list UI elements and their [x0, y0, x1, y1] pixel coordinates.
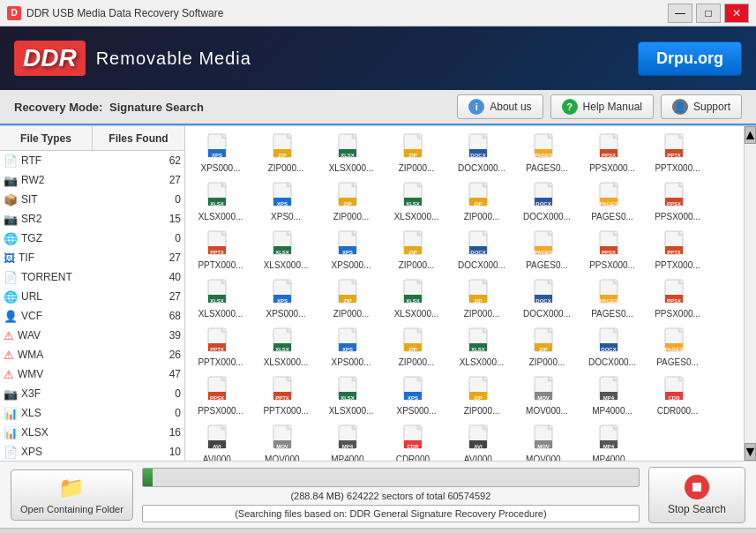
grid-file-item[interactable]: ZIP ZIP000... [319, 178, 383, 225]
grid-file-item[interactable]: XLSX XLSX000... [189, 275, 252, 322]
grid-file-item[interactable]: XLSX XLSX000... [385, 275, 448, 322]
grid-file-item[interactable]: PPSX PPSX000... [580, 227, 644, 274]
grid-file-item[interactable]: XPS XPS000... [254, 275, 318, 322]
drpu-button[interactable]: Drpu.org [638, 41, 742, 76]
grid-file-item[interactable]: MOV MOV000... [254, 421, 318, 461]
grid-file-item[interactable]: ZIP ZIP000... [450, 178, 513, 225]
grid-file-item[interactable]: PAGES PAGES0... [515, 130, 579, 176]
file-types-col-header: File Types [0, 126, 93, 150]
grid-file-label: AVI000... [203, 454, 238, 461]
open-containing-folder-button[interactable]: 📁 Open Containing Folder [11, 469, 133, 521]
grid-file-item[interactable]: CDR CDR000... [385, 421, 448, 461]
file-type-row[interactable]: 📷 X3F 0 [0, 384, 184, 403]
help-manual-button[interactable]: ? Help Manual [550, 94, 654, 119]
grid-file-item[interactable]: DOCX DOCX000... [515, 275, 579, 322]
file-type-row[interactable]: ⚠ WMV 47 [0, 364, 184, 384]
grid-file-item[interactable]: XLSX XLSX000... [254, 324, 318, 371]
grid-file-item[interactable]: PPSX PPSX000... [580, 130, 644, 176]
grid-file-item[interactable]: PPTX PPTX000... [254, 372, 318, 419]
grid-file-item[interactable]: XLSX XLSX000... [189, 178, 252, 225]
file-type-name: WAV [18, 329, 154, 342]
svg-text:MP4: MP4 [342, 444, 354, 449]
grid-file-item[interactable]: PPTX PPTX000... [646, 130, 709, 176]
file-type-row[interactable]: 🖼 TIF 27 [0, 248, 184, 267]
nav-buttons: i About us ? Help Manual 👤 Support [457, 94, 742, 119]
file-type-row[interactable]: 📄 TORRENT 40 [0, 267, 184, 287]
grid-file-item[interactable]: AVI AVI000... [189, 421, 252, 461]
close-button[interactable]: ✕ [724, 4, 749, 23]
grid-file-item[interactable]: XLSX XLSX000... [450, 324, 513, 371]
svg-text:XPS: XPS [342, 250, 353, 255]
grid-file-icon: PPTX [206, 230, 235, 259]
file-type-row[interactable]: 👤 VCF 68 [0, 306, 184, 326]
file-type-count: 68 [154, 310, 181, 322]
minimize-button[interactable]: — [668, 4, 692, 23]
grid-file-item[interactable]: PPTX PPTX000... [189, 324, 252, 371]
grid-file-item[interactable]: DOCX DOCX000... [450, 130, 513, 176]
grid-file-label: MOV000... [265, 454, 307, 461]
grid-file-item[interactable]: XLSX XLSX000... [319, 130, 383, 176]
file-type-row[interactable]: 📄 RTF 62 [0, 151, 184, 170]
grid-file-item[interactable]: CDR CDR000... [646, 372, 709, 419]
grid-file-item[interactable]: ZIP ZIP000... [319, 275, 383, 322]
grid-file-item[interactable]: ZIP ZIP000... [385, 130, 448, 176]
grid-file-item[interactable]: DOCX DOCX000... [580, 324, 644, 371]
grid-file-item[interactable]: PPTX PPTX000... [189, 227, 252, 274]
grid-file-item[interactable]: MP4 MP4000... [580, 372, 644, 419]
grid-file-icon: PAGES [663, 327, 692, 356]
grid-file-item[interactable]: PPSX PPSX000... [646, 178, 709, 225]
right-scrollbar[interactable]: ▲ ▼ [744, 126, 756, 461]
grid-file-item[interactable]: MOV MOV000... [515, 421, 579, 461]
grid-file-item[interactable]: XPS XPS000... [385, 372, 448, 419]
file-type-row[interactable]: 📦 SIT 0 [0, 190, 184, 209]
grid-file-item[interactable]: MP4 MP4000... [580, 421, 644, 461]
file-type-list: 📄 RTF 62 📷 RW2 27 📦 SIT 0 📷 SR2 15 🌐 TGZ… [0, 151, 184, 461]
grid-file-item[interactable]: ZIP ZIP000... [254, 130, 318, 176]
file-type-row[interactable]: 📊 XLS 0 [0, 403, 184, 423]
grid-file-item[interactable]: XPS XPS0... [254, 178, 318, 225]
file-type-row[interactable]: 📊 XLSX 16 [0, 423, 184, 442]
support-button[interactable]: 👤 Support [661, 94, 742, 119]
file-type-row[interactable]: ⚠ WAV 39 [0, 326, 184, 345]
grid-file-label: PPSX000... [589, 260, 635, 270]
logo-subtitle: Removable Media [96, 49, 251, 69]
grid-file-item[interactable]: ZIP ZIP000... [450, 275, 513, 322]
grid-file-item[interactable]: XLSX XLSX000... [385, 178, 448, 225]
grid-file-item[interactable]: AVI AVI000... [450, 421, 513, 461]
grid-file-item[interactable]: ZIP ZIP000... [385, 324, 448, 371]
file-type-row[interactable]: 📄 XPS 10 [0, 442, 184, 461]
svg-text:ZIP: ZIP [474, 298, 482, 304]
grid-file-item[interactable]: PPSX PPSX000... [189, 372, 252, 419]
grid-file-item[interactable]: XPS XPS000... [319, 324, 383, 371]
grid-file-item[interactable]: DOCX DOCX000... [450, 227, 513, 274]
grid-file-item[interactable]: XPS XPS000... [189, 130, 252, 176]
open-folder-label: Open Containing Folder [20, 504, 124, 514]
maximize-button[interactable]: □ [696, 4, 721, 23]
stop-search-button[interactable]: Stop Search [648, 467, 745, 523]
file-type-row[interactable]: ⚠ WMA 26 [0, 345, 184, 364]
grid-file-icon: PAGES [533, 230, 561, 259]
grid-file-label: PAGES0... [591, 212, 633, 221]
grid-file-item[interactable]: PPTX PPTX000... [646, 227, 709, 274]
file-type-row[interactable]: 🌐 TGZ 0 [0, 229, 184, 248]
grid-file-item[interactable]: PAGES PAGES0... [515, 227, 579, 274]
file-type-row[interactable]: 🌐 URL 27 [0, 287, 184, 306]
grid-file-item[interactable]: PPSX PPSX000... [646, 275, 709, 322]
grid-file-item[interactable]: MOV MOV000... [515, 372, 579, 419]
about-us-button[interactable]: i About us [457, 94, 543, 119]
grid-file-item[interactable]: PAGES PAGES0... [580, 178, 644, 225]
grid-file-item[interactable]: ZIP ZIP000... [385, 227, 448, 274]
file-type-row[interactable]: 📷 SR2 15 [0, 209, 184, 229]
grid-file-icon: MP4 [337, 424, 365, 453]
grid-file-item[interactable]: XLSX XLSX000... [319, 372, 383, 419]
svg-text:DOCX: DOCX [535, 201, 550, 206]
grid-file-item[interactable]: PAGES PAGES0... [580, 275, 644, 322]
grid-file-item[interactable]: XLSX XLSX000... [254, 227, 318, 274]
file-type-row[interactable]: 📷 RW2 27 [0, 170, 184, 190]
grid-file-item[interactable]: DOCX DOCX000... [515, 178, 579, 225]
grid-file-item[interactable]: ZIP ZIP000... [450, 372, 513, 419]
grid-file-item[interactable]: ZIP ZIP000... [515, 324, 579, 371]
grid-file-item[interactable]: PAGES PAGES0... [646, 324, 709, 371]
grid-file-item[interactable]: MP4 MP4000... [319, 421, 383, 461]
grid-file-item[interactable]: XPS XPS000... [319, 227, 383, 274]
